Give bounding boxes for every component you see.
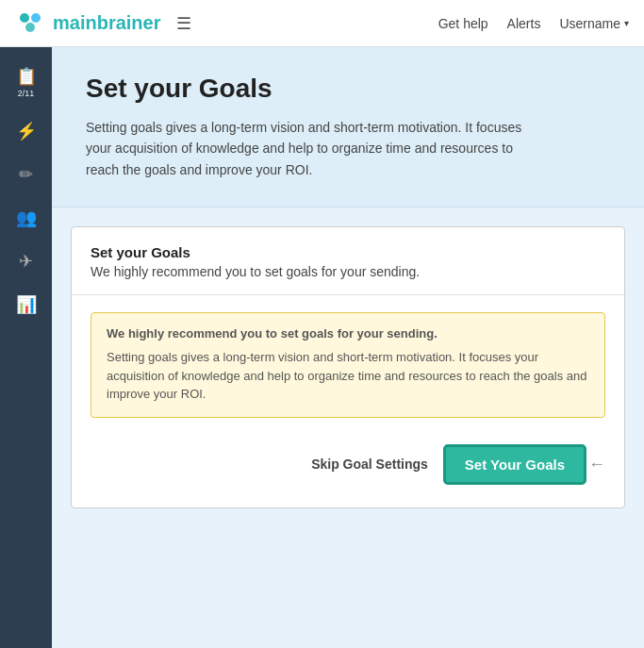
topnav-links: Get help Alerts Username ▾ bbox=[438, 16, 629, 31]
alert-yellow: We highly recommend you to set goals for… bbox=[91, 312, 605, 418]
sidebar-item-users[interactable]: 👥 bbox=[0, 198, 52, 238]
content-area: Set your Goals Setting goals gives a lon… bbox=[52, 47, 644, 648]
sidebar-item-dashboard[interactable]: ⚡ bbox=[0, 111, 52, 151]
logo-area: mainbrainer ☰ bbox=[15, 8, 438, 39]
alert-body: Setting goals gives a long-term vision a… bbox=[107, 348, 589, 404]
page-header: Set your Goals Setting goals gives a lon… bbox=[52, 47, 644, 208]
card-area: Set your Goals We highly recommend you t… bbox=[52, 208, 644, 527]
svg-point-2 bbox=[25, 23, 35, 32]
get-help-link[interactable]: Get help bbox=[438, 16, 488, 31]
username-menu[interactable]: Username ▾ bbox=[559, 16, 629, 31]
send-icon: ✈ bbox=[19, 251, 33, 272]
card-header-title: Set your Goals bbox=[91, 244, 605, 260]
card-body: We highly recommend you to set goals for… bbox=[72, 295, 624, 507]
topnav: mainbrainer ☰ Get help Alerts Username ▾ bbox=[0, 0, 644, 47]
hamburger-icon[interactable]: ☰ bbox=[176, 13, 191, 34]
arrow-right-icon: ← bbox=[588, 455, 605, 474]
svg-point-1 bbox=[31, 13, 41, 23]
set-goals-wrapper: Set Your Goals ← bbox=[443, 444, 605, 485]
sidebar: 📋 2/11 ⚡ ✏ 👥 ✈ 📊 bbox=[0, 47, 52, 648]
steps-icon: 📋 bbox=[16, 66, 37, 87]
skip-goal-settings-link[interactable]: Skip Goal Settings bbox=[311, 457, 428, 472]
analytics-icon: 📊 bbox=[16, 294, 37, 315]
sidebar-item-edit[interactable]: ✏ bbox=[0, 155, 52, 194]
sidebar-item-steps[interactable]: 📋 2/11 bbox=[0, 57, 52, 108]
card-footer: Skip Goal Settings Set Your Goals ← bbox=[91, 440, 605, 485]
edit-icon: ✏ bbox=[19, 164, 33, 185]
svg-point-0 bbox=[20, 13, 29, 23]
page-description: Setting goals gives a long-term vision a… bbox=[86, 117, 538, 180]
card-header: Set your Goals We highly recommend you t… bbox=[72, 227, 624, 295]
logo-icon bbox=[15, 8, 45, 39]
users-icon: 👥 bbox=[16, 208, 37, 228]
card-header-subtitle: We highly recommend you to set goals for… bbox=[91, 264, 605, 279]
page-title: Set your Goals bbox=[86, 74, 610, 104]
alert-title: We highly recommend you to set goals for… bbox=[107, 326, 589, 341]
set-your-goals-button[interactable]: Set Your Goals bbox=[443, 444, 586, 485]
dashboard-icon: ⚡ bbox=[16, 121, 37, 141]
sidebar-item-send[interactable]: ✈ bbox=[0, 241, 52, 281]
main-layout: 📋 2/11 ⚡ ✏ 👥 ✈ 📊 Set your Goals Setting … bbox=[0, 47, 644, 648]
chevron-down-icon: ▾ bbox=[624, 18, 629, 28]
sidebar-item-analytics[interactable]: 📊 bbox=[0, 285, 52, 324]
logo-text: mainbrainer bbox=[53, 12, 161, 34]
alerts-link[interactable]: Alerts bbox=[507, 16, 541, 31]
steps-badge: 2/11 bbox=[18, 89, 35, 98]
username-label: Username bbox=[559, 16, 620, 31]
goals-card: Set your Goals We highly recommend you t… bbox=[71, 226, 625, 508]
